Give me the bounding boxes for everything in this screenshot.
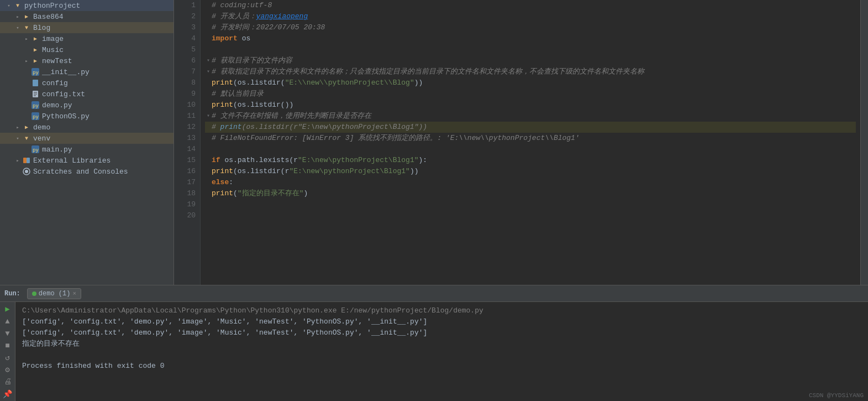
line-content: else: [212,177,856,188]
tree-item-label: pythonProject [24,2,80,10]
svg-text:py: py [33,114,39,120]
line-content: # 获取指定目录下的文件夹和文件的名称；只会查找指定目录的当前目录下的文件名和文… [212,66,856,77]
code-line-1: # coding:utf-8 [205,0,856,11]
run-tool-settings[interactable]: ⚙ [2,364,14,374]
tree-item-label: image [42,35,64,43]
line-number-9: 9 [178,88,196,100]
run-tool-up[interactable]: ▲ [2,316,14,326]
item-icon-py: py [31,112,40,121]
svg-text:py: py [33,148,39,153]
sidebar-item-newTest[interactable]: ▶newTest [0,55,173,66]
line-content: print(os.listdir("E:\\new\\pythonProject… [212,77,856,88]
fold-gutter[interactable]: ▾ [205,111,212,122]
line-numbers: 1234567891011121314151617181920 [174,0,201,285]
line-content: # 开发人员：yangxiaopeng [212,11,856,22]
sidebar-item-main-py[interactable]: pymain.py [0,144,173,155]
line-number-18: 18 [178,188,196,199]
main-area: ▼pythonProject▶Base864▼Blog▶image▶Music▶… [0,0,868,285]
sidebar-item-config[interactable]: config [0,77,173,88]
sidebar-item-config-txt[interactable]: config.txt [0,88,173,100]
item-icon-py: py [31,145,40,154]
tree-arrow [13,167,22,176]
code-line-2: # 开发人员：yangxiaopeng [205,11,856,22]
code-line-20 [205,210,856,221]
sidebar-item-Blog[interactable]: ▼Blog [0,22,173,33]
item-icon-py: py [31,67,40,76]
svg-rect-14 [27,158,30,163]
sidebar-item---init---py[interactable]: py__init__.py [0,66,173,77]
item-icon-folder: ▶ [31,34,40,43]
line-number-1: 1 [178,0,196,11]
fold-gutter[interactable]: ▾ [205,55,212,66]
run-tool-stop[interactable]: ■ [2,341,14,351]
item-icon-folder: ▶ [22,12,31,21]
line-number-17: 17 [178,177,196,188]
line-content: print(os.listdir()) [212,100,856,111]
run-tabs-container[interactable]: demo (1)× [27,288,81,299]
run-tool-print[interactable]: 🖨 [2,377,14,387]
sidebar-item-pythonProject[interactable]: ▼pythonProject [0,0,173,11]
item-icon-scratch [22,167,31,176]
tree-item-label: newTest [42,57,72,65]
sidebar-item-demo2[interactable]: ▶demo [0,122,173,133]
sidebar-item-PythonOS-py[interactable]: pyPythonOS.py [0,111,173,122]
sidebar-item-Music[interactable]: ▶Music [0,44,173,55]
tree-item-label: PythonOS.py [42,112,90,121]
tree-item-label: demo.py [42,101,72,110]
run-tabs: Run: demo (1)× [0,285,868,302]
line-content: import os [212,33,856,44]
file-tree: ▼pythonProject▶Base864▼Blog▶image▶Music▶… [0,0,173,177]
close-tab-button[interactable]: × [72,290,76,297]
code-content: 1234567891011121314151617181920 # coding… [174,0,860,285]
run-output: C:\Users\Administrator\AppData\Local\Pro… [15,302,868,401]
tree-item-label: Base864 [33,13,64,21]
line-number-4: 4 [178,33,196,44]
code-line-5 [205,44,856,55]
sidebar-item-ExternalLibraries[interactable]: External Libraries [0,155,173,166]
code-lines[interactable]: # coding:utf-8# 开发人员：yangxiaopeng# 开发时间：… [201,0,860,285]
tree-item-label: demo [33,123,50,132]
line-content: # 开发时间：2022/07/05 20:38 [212,22,856,33]
line-content: # 默认当前目录 [212,88,856,100]
tree-arrow [22,34,31,43]
line-content: # 文件不存在时报错，使用时先判断目录是否存在 [212,111,856,122]
sidebar-item-image[interactable]: ▶image [0,33,173,44]
output-line: ['config', 'config.txt', 'demo.py', 'ima… [22,327,861,338]
run-tab-demo[interactable]: demo (1)× [27,288,81,299]
tree-arrow [13,23,22,32]
code-line-19 [205,199,856,210]
run-tool-play[interactable]: ▶ [2,304,14,314]
run-tool-pin[interactable]: 📌 [2,389,14,399]
run-tool-rerun[interactable]: ↺ [2,353,14,363]
editor-area: 1234567891011121314151617181920 # coding… [174,0,860,285]
run-status-dot [32,291,36,296]
sidebar-item-venv[interactable]: ▼venv [0,133,173,144]
code-line-10: print(os.listdir()) [205,100,856,111]
code-line-17: else: [205,177,856,188]
sidebar-item-Scratches[interactable]: Scratches and Consoles [0,166,173,177]
item-icon-folder: ▼ [13,1,22,10]
code-line-13: # FileNotFoundError: [WinError 3] 系统找不到指… [205,133,856,144]
line-number-19: 19 [178,199,196,210]
sidebar-item-Base864[interactable]: ▶Base864 [0,11,173,22]
run-tool-down[interactable]: ▼ [2,329,14,338]
line-number-2: 2 [178,11,196,22]
line-number-8: 8 [178,77,196,88]
item-icon-txt [31,90,40,98]
run-label: Run: [4,290,20,298]
line-content: print(os.listdir(r"E:\new\pythonProject\… [212,166,856,177]
output-line: ['config', 'config.txt', 'demo.py', 'ima… [22,316,861,327]
code-line-11: ▾# 文件不存在时报错，使用时先判断目录是否存在 [205,111,856,122]
tree-arrow [22,145,31,154]
tree-arrow [13,123,22,132]
line-number-6: 6 [178,55,196,66]
sidebar: ▼pythonProject▶Base864▼Blog▶image▶Music▶… [0,0,174,285]
code-line-15: if os.path.lexists(r"E:\new\pythonProjec… [205,155,856,166]
svg-rect-13 [23,158,27,163]
line-number-13: 13 [178,133,196,144]
output-line: C:\Users\Administrator\AppData\Local\Pro… [22,305,861,316]
code-line-4: import os [205,33,856,44]
fold-gutter[interactable]: ▾ [205,66,212,77]
output-line: 指定的目录不存在 [22,338,861,350]
sidebar-item-demo-py[interactable]: pydemo.py [0,100,173,111]
